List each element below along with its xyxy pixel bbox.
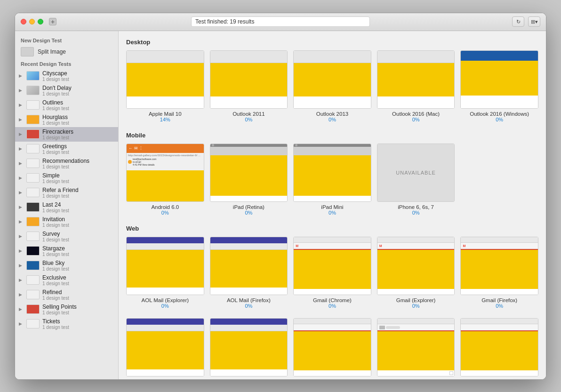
sidebar-item-referfriend[interactable]: ▶ Refer a Friend 1 design test: [15, 185, 118, 200]
item-sub: 1 design test: [42, 179, 114, 184]
item-name: Survey: [42, 231, 114, 237]
grid-item-aol-firefox[interactable]: AOL Mail (Firefox) 0%: [210, 237, 288, 309]
desktop-grid: Apple Mail 10 14% Outlook 2011 0%: [126, 50, 538, 122]
grid-item-web-row2-5[interactable]: [460, 318, 538, 379]
item-pct: 0%: [412, 210, 420, 216]
grid-item-ipad-retina[interactable]: iPad (Retina) 0%: [210, 144, 288, 216]
sidebar-item-invitation[interactable]: ▶ Invitation 1 design test: [15, 215, 118, 229]
screenshot-aol-firefox: [210, 237, 288, 295]
outlines-thumb: [26, 100, 40, 110]
screenshot-gmail-explorer: M: [377, 237, 455, 295]
grid-item-gmail-firefox[interactable]: M Gmail (Firefox) 0%: [460, 237, 538, 309]
view-toggle-button[interactable]: ⊞▾: [528, 16, 540, 27]
browser-bar: [127, 51, 204, 64]
chevron-icon: ▶: [19, 219, 24, 224]
sidebar: New Design Test Split Image Recent Desig…: [15, 31, 119, 379]
sidebar-item-greetings[interactable]: ▶ Greetings 1 design test: [15, 142, 118, 156]
chevron-icon: ▶: [19, 88, 24, 93]
item-pct: 0%: [496, 303, 503, 309]
sidebar-item-exclusive[interactable]: ▶ Exclusive 1 design test: [15, 273, 118, 288]
sidebar-item-info: Hourglass 1 design test: [42, 114, 114, 126]
split-image-thumb: [21, 47, 34, 56]
chevron-icon: ▶: [19, 307, 24, 312]
sellingpoints-thumb: [26, 304, 40, 314]
grid-item-aol-explorer[interactable]: AOL Mail (Explorer) 0%: [126, 237, 204, 309]
sidebar-item-hourglass[interactable]: ▶ Hourglass 1 design test: [15, 112, 118, 127]
refresh-button[interactable]: ↻: [512, 16, 524, 27]
grid-item-web-row2-1[interactable]: [126, 318, 204, 379]
grid-item-outlook-2016-mac[interactable]: Outlook 2016 (Mac) 0%: [377, 50, 455, 122]
close-button[interactable]: [21, 19, 26, 24]
sidebar-item-survey[interactable]: ▶ Survey 1 design test: [15, 229, 118, 244]
chevron-icon: ▶: [19, 234, 24, 239]
sidebar-item-last24[interactable]: ▶ Last 24 1 design test: [15, 200, 118, 215]
item-pct: 0%: [496, 117, 503, 122]
sidebar-item-sellingpoints[interactable]: ▶ Selling Points 1 design test: [15, 302, 118, 317]
thumb-visual: [377, 51, 455, 108]
chevron-icon: ▶: [19, 73, 24, 78]
item-sub: 1 design test: [42, 106, 114, 111]
sidebar-item-info: Don't Delay 1 design test: [42, 85, 114, 96]
new-design-item[interactable]: Split Image: [15, 45, 118, 58]
browser-bar: [377, 51, 455, 64]
item-sub: 1 design test: [42, 91, 114, 96]
sidebar-item-dontdelay[interactable]: ▶ Don't Delay 1 design test: [15, 83, 118, 98]
minimize-button[interactable]: [29, 19, 35, 24]
thumb-visual: [127, 51, 204, 108]
sidebar-item-refined[interactable]: ▶ Refined 1 design test: [15, 288, 118, 302]
screenshot-iphone-6: UNAVAILABLE: [377, 144, 455, 202]
sidebar-item-bluesky[interactable]: ▶ Blue Sky 1 design test: [15, 258, 118, 273]
chevron-icon: ▶: [19, 176, 24, 180]
sidebar-item-cityscape[interactable]: ▶ Cityscape 1 design test: [15, 69, 118, 83]
grid-item-web-row2-4[interactable]: [377, 318, 455, 379]
item-name: Stargaze: [42, 245, 114, 252]
grid-item-iphone-6[interactable]: UNAVAILABLE iPhone 6, 6s, 7 0%: [377, 144, 455, 216]
item-sub: 1 design test: [42, 325, 114, 330]
new-tab-button[interactable]: +: [49, 18, 56, 25]
chevron-icon: ▶: [19, 263, 24, 268]
grid-item-outlook-2016-win[interactable]: Outlook 2016 (Windows) 0%: [460, 50, 538, 122]
item-name: Greetings: [42, 143, 114, 150]
invitation-thumb: [26, 217, 40, 226]
grid-item-gmail-chrome[interactable]: M Gmail (Chrome) 0%: [293, 237, 371, 309]
grid-item-android-6[interactable]: ← ✉ ⋮ http://email-gallery.com/3015/desi…: [126, 144, 204, 216]
sidebar-item-info: Refined 1 design test: [42, 289, 114, 301]
split-image-label: Split Image: [38, 48, 66, 55]
email-footer: [294, 96, 371, 108]
sidebar-item-stargaze[interactable]: ▶ Stargaze 1 design test: [15, 244, 118, 258]
main-content: Desktop Apple Mail 10 14%: [119, 31, 546, 379]
item-sub: 1 design test: [42, 252, 114, 257]
item-name: Android 6.0: [151, 204, 179, 210]
item-name: Last 24: [42, 201, 114, 208]
maximize-button[interactable]: [38, 19, 43, 24]
item-name: Don't Delay: [42, 85, 114, 91]
item-sub: 1 design test: [42, 135, 114, 140]
grid-item-ipad-mini[interactable]: iPad Mini 0%: [293, 144, 371, 216]
hourglass-thumb: [26, 115, 40, 124]
sidebar-item-outlines[interactable]: ▶ Outlines 1 design test: [15, 98, 118, 112]
sidebar-item-firecrackers[interactable]: ▶ Firecrackers 1 design test: [15, 127, 118, 142]
sidebar-item-tickets[interactable]: ▶ Tickets 1 design test: [15, 317, 118, 331]
item-sub: 1 design test: [42, 164, 114, 169]
item-pct: 0%: [329, 117, 336, 122]
item-pct: 0%: [329, 210, 336, 216]
email-body: [294, 63, 371, 96]
title-text: Test finished: 19 results: [195, 18, 254, 25]
grid-item-gmail-explorer[interactable]: M Gmail (Explorer) 0%: [377, 237, 455, 309]
chevron-icon: ▶: [19, 146, 24, 151]
grid-item-web-row2-2[interactable]: [210, 318, 288, 379]
grid-item-outlook-2013[interactable]: Outlook 2013 0%: [293, 50, 371, 122]
item-name: Invitation: [42, 216, 114, 223]
content-area: New Design Test Split Image Recent Desig…: [15, 31, 546, 379]
screenshot-web-row2-2: [210, 318, 288, 376]
grid-item-outlook-2011[interactable]: Outlook 2011 0%: [210, 50, 288, 122]
sidebar-item-info: Cityscape 1 design test: [42, 70, 114, 82]
sidebar-item-simple[interactable]: ▶ Simple 1 design test: [15, 171, 118, 185]
chevron-icon: ▶: [19, 321, 24, 326]
grid-item-apple-mail-10[interactable]: Apple Mail 10 14%: [126, 50, 204, 122]
simple-thumb: [26, 173, 40, 183]
sidebar-item-recommendations[interactable]: ▶ Recommendations 1 design test: [15, 156, 118, 171]
item-pct: 0%: [245, 303, 252, 309]
grid-item-web-row2-3[interactable]: [293, 318, 371, 379]
last24-thumb: [26, 202, 40, 212]
